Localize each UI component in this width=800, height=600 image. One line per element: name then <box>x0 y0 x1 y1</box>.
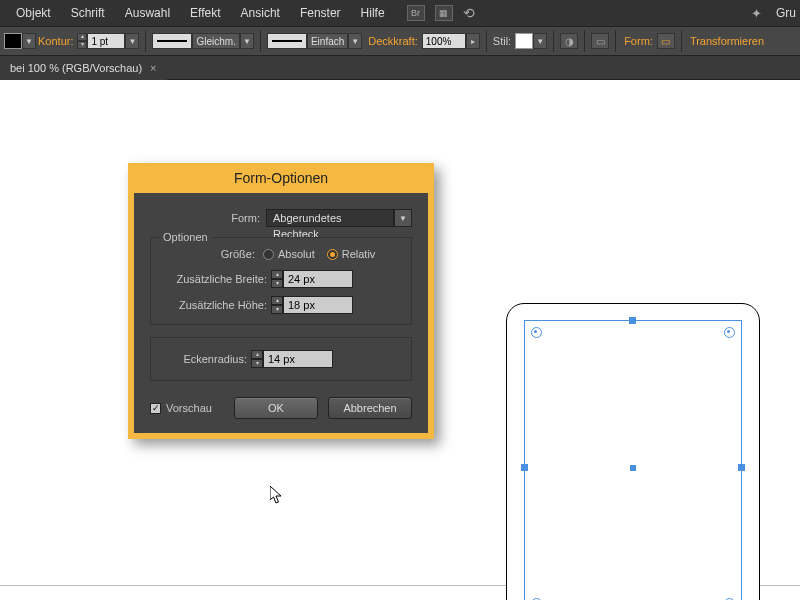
shape-select-value: Abgerundetes Rechteck <box>266 209 394 227</box>
size-relative-radio[interactable]: Relativ <box>327 248 376 260</box>
preview-label: Vorschau <box>166 402 212 414</box>
brush-dropdown-icon[interactable]: ▼ <box>348 33 362 49</box>
ok-button[interactable]: OK <box>234 397 318 419</box>
stroke-weight-stepper[interactable]: ▴▾ ▼ <box>77 33 139 49</box>
checkbox-icon: ✓ <box>150 403 161 414</box>
menu-fenster[interactable]: Fenster <box>290 6 351 20</box>
options-group: Optionen Größe: Absolut Relativ Zusätzli… <box>150 237 412 325</box>
document-tab-title: bei 100 % (RGB/Vorschau) <box>10 56 142 80</box>
corner-group: Eckenradius: ▴▾ <box>150 337 412 381</box>
stroke-weight-input[interactable] <box>87 33 125 49</box>
extra-width-label: Zusätzliche Breite: <box>163 273 267 285</box>
fill-swatch[interactable] <box>4 33 22 49</box>
resize-handle-n[interactable] <box>629 317 636 324</box>
shape-select[interactable]: Abgerundetes Rechteck ▼ <box>266 209 412 227</box>
radio-icon <box>327 249 338 260</box>
selection-bounding-box[interactable] <box>524 320 742 600</box>
corner-radius-input[interactable] <box>263 350 333 368</box>
resize-handle-w[interactable] <box>521 464 528 471</box>
corner-widget-tr[interactable] <box>724 327 735 338</box>
brush-label: Einfach <box>307 33 348 49</box>
style-label: Stil: <box>493 35 511 47</box>
preview-checkbox[interactable]: ✓ Vorschau <box>150 402 212 414</box>
stroke-weight-dropdown-icon[interactable]: ▼ <box>125 33 139 49</box>
size-absolute-radio[interactable]: Absolut <box>263 248 315 260</box>
dialog-title: Form-Optionen <box>128 163 434 193</box>
profile-select[interactable]: Gleichm. ▼ <box>152 33 253 49</box>
corner-widget-tl[interactable] <box>531 327 542 338</box>
stroke-label[interactable]: Kontur: <box>38 35 73 47</box>
arrange-icon[interactable]: ▦ <box>435 5 453 21</box>
controlbar: ▼ Kontur: ▴▾ ▼ Gleichm. ▼ Einfach ▼ Deck… <box>0 26 800 56</box>
opacity-input[interactable] <box>422 33 466 49</box>
transform-label[interactable]: Transformieren <box>690 35 764 47</box>
shape-label[interactable]: Form: <box>624 35 653 47</box>
extra-height-stepper[interactable]: ▴▾ <box>271 296 353 314</box>
chevron-down-icon[interactable]: ▼ <box>394 209 412 227</box>
shape-icon[interactable]: ▭ <box>657 33 675 49</box>
extra-height-label: Zusätzliche Höhe: <box>163 299 267 311</box>
radio-icon <box>263 249 274 260</box>
notification-icon[interactable]: ✦ <box>751 6 762 21</box>
document-tab[interactable]: bei 100 % (RGB/Vorschau) × <box>0 56 167 80</box>
extra-width-stepper[interactable]: ▴▾ <box>271 270 353 288</box>
extra-height-input[interactable] <box>283 296 353 314</box>
menu-auswahl[interactable]: Auswahl <box>115 6 180 20</box>
profile-dropdown-icon[interactable]: ▼ <box>240 33 254 49</box>
menu-hilfe[interactable]: Hilfe <box>351 6 395 20</box>
style-swatch[interactable] <box>515 33 533 49</box>
corner-radius-label: Eckenradius: <box>163 353 247 365</box>
workspace-label[interactable]: Gru <box>776 6 796 20</box>
opacity-dropdown-icon[interactable]: ▸ <box>466 33 480 49</box>
close-icon[interactable]: × <box>150 56 156 80</box>
menubar: Objekt Schrift Auswahl Effekt Ansicht Fe… <box>0 0 800 26</box>
extra-width-input[interactable] <box>283 270 353 288</box>
document-tabbar: bei 100 % (RGB/Vorschau) × <box>0 56 800 80</box>
brush-select[interactable]: Einfach ▼ <box>267 33 362 49</box>
align-icon[interactable]: ▭ <box>591 33 609 49</box>
menu-schrift[interactable]: Schrift <box>61 6 115 20</box>
menu-ansicht[interactable]: Ansicht <box>231 6 290 20</box>
corner-radius-stepper[interactable]: ▴▾ <box>251 350 333 368</box>
size-label: Größe: <box>163 248 255 260</box>
options-group-title: Optionen <box>159 231 212 243</box>
profile-label: Gleichm. <box>192 33 239 49</box>
recolor-icon[interactable]: ◑ <box>560 33 578 49</box>
bridge-icon[interactable]: Br <box>407 5 425 21</box>
cancel-button[interactable]: Abbrechen <box>328 397 412 419</box>
style-dropdown-icon[interactable]: ▼ <box>533 33 547 49</box>
size-relative-label: Relativ <box>342 248 376 260</box>
opacity-label[interactable]: Deckkraft: <box>368 35 418 47</box>
opacity-stepper[interactable]: ▸ <box>422 33 480 49</box>
menu-objekt[interactable]: Objekt <box>6 6 61 20</box>
shape-options-dialog: Form-Optionen Form: Abgerundetes Rechtec… <box>128 163 434 439</box>
form-field-label: Form: <box>150 212 260 224</box>
resize-handle-e[interactable] <box>738 464 745 471</box>
fill-dropdown-icon[interactable]: ▼ <box>22 33 36 49</box>
sync-icon[interactable]: ⟲ <box>463 5 475 21</box>
center-handle[interactable] <box>630 465 636 471</box>
size-absolute-label: Absolut <box>278 248 315 260</box>
menu-effekt[interactable]: Effekt <box>180 6 230 20</box>
